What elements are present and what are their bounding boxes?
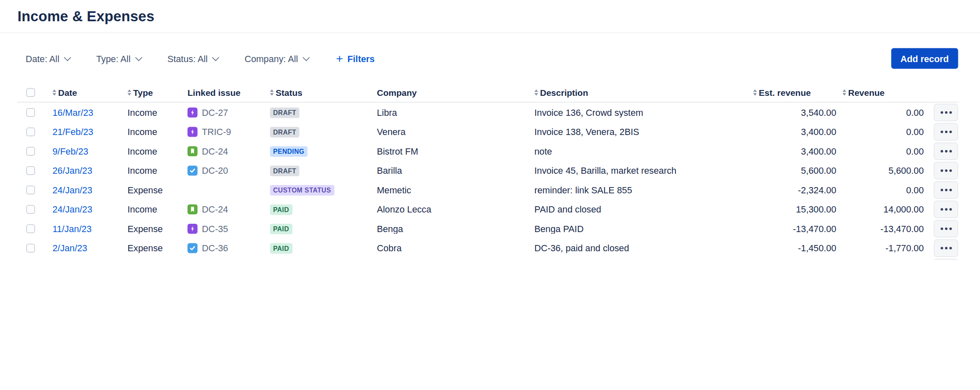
filter-type-label: Type: All xyxy=(96,53,130,63)
revenue-cell: 0.00 xyxy=(838,107,925,117)
row-checkbox-cell xyxy=(18,147,48,155)
linked-issue-cell[interactable]: DC-36 xyxy=(182,243,265,253)
row-checkbox-cell xyxy=(18,127,48,136)
type-cell: Income xyxy=(122,146,182,156)
filter-status[interactable]: Status: All xyxy=(168,53,218,63)
linked-issue-cell[interactable]: DC-24 xyxy=(182,204,265,214)
row-actions-button[interactable] xyxy=(934,239,958,257)
row-actions-button[interactable] xyxy=(934,142,958,160)
column-header-date[interactable]: Date xyxy=(48,87,122,97)
row-actions-cell xyxy=(925,103,958,121)
row-actions-button[interactable] xyxy=(934,258,958,260)
row-checkbox-cell xyxy=(18,185,48,194)
column-header-linked-issue: Linked issue xyxy=(182,87,265,97)
column-header-label: Linked issue xyxy=(188,87,240,97)
issue-key: DC-20 xyxy=(202,165,228,175)
page-title: Income & Expenses xyxy=(18,8,962,25)
column-header-label: Company xyxy=(377,87,417,97)
add-filters-label: Filters xyxy=(348,53,375,63)
sort-icon xyxy=(52,89,56,95)
company-cell: Alonzo Lecca xyxy=(372,204,530,214)
sort-icon xyxy=(535,89,538,95)
chevron-down-icon xyxy=(302,54,310,61)
issue-key: DC-36 xyxy=(202,243,228,253)
column-header-type[interactable]: Type xyxy=(122,87,182,97)
row-actions-button[interactable] xyxy=(934,123,958,140)
filter-company[interactable]: Company: All xyxy=(245,53,309,63)
date-link[interactable]: 24/Jan/23 xyxy=(52,204,92,214)
row-actions-button[interactable] xyxy=(934,220,958,237)
row-checkbox-cell xyxy=(18,224,48,233)
table-row: 5/Dec/22 Income DC-30 DRAFT Migros check… xyxy=(18,258,958,260)
chevron-down-icon xyxy=(212,54,219,61)
date-link[interactable]: 11/Jan/23 xyxy=(52,223,92,233)
description-cell: PAID and closed xyxy=(530,204,753,214)
description-cell: Invoice 136, Crowd system xyxy=(530,107,753,117)
select-all-checkbox[interactable] xyxy=(26,88,35,97)
row-actions-cell xyxy=(925,123,958,140)
column-header-label: Est. revenue xyxy=(759,87,811,97)
date-link[interactable]: 9/Feb/23 xyxy=(52,146,88,156)
company-cell: Memetic xyxy=(372,185,530,195)
company-cell: Benga xyxy=(372,223,530,233)
date-link[interactable]: 21/Feb/23 xyxy=(52,127,93,137)
column-header-label: Type xyxy=(133,87,153,97)
sort-icon xyxy=(842,89,846,95)
est-revenue-cell: 5,600.00 xyxy=(753,165,838,175)
status-cell: CUSTOM STATUS xyxy=(265,184,372,195)
table-row: 24/Jan/23 Income DC-24 PAID Alonzo Lecca… xyxy=(18,200,958,219)
sort-icon xyxy=(270,89,274,95)
status-cell: PENDING xyxy=(265,145,372,157)
column-header-status[interactable]: Status xyxy=(265,87,372,97)
add-record-button[interactable]: Add record xyxy=(891,48,958,69)
status-badge: PAID xyxy=(270,204,292,215)
row-checkbox[interactable] xyxy=(26,185,35,194)
date-link[interactable]: 2/Jan/23 xyxy=(52,243,87,253)
row-checkbox[interactable] xyxy=(26,205,35,213)
linked-issue-cell[interactable]: DC-24 xyxy=(182,146,265,156)
column-header-est-revenue[interactable]: Est. revenue xyxy=(753,87,838,97)
filter-company-label: Company: All xyxy=(245,53,298,63)
linked-issue-cell[interactable]: TRIC-9 xyxy=(182,127,265,137)
linked-issue-cell[interactable]: DC-20 xyxy=(182,165,265,175)
row-checkbox[interactable] xyxy=(26,108,35,117)
type-cell: Income xyxy=(122,165,182,175)
issue-type-icon xyxy=(188,204,198,214)
linked-issue-cell[interactable]: DC-27 xyxy=(182,107,265,117)
type-cell: Income xyxy=(122,204,182,214)
revenue-cell: 0.00 xyxy=(838,146,925,156)
est-revenue-cell: -2,324.00 xyxy=(753,185,838,195)
linked-issue-cell[interactable]: DC-35 xyxy=(182,223,265,233)
table-row: 9/Feb/23 Income DC-24 PENDING Bistrot FM… xyxy=(18,141,958,161)
column-header-label: Description xyxy=(540,87,588,97)
filter-date[interactable]: Date: All xyxy=(26,53,70,63)
row-actions-button[interactable] xyxy=(934,162,958,179)
column-header-description[interactable]: Description xyxy=(530,87,753,97)
row-checkbox[interactable] xyxy=(26,224,35,233)
row-actions-button[interactable] xyxy=(934,200,958,218)
date-link[interactable]: 26/Jan/23 xyxy=(52,165,92,175)
issue-key: DC-35 xyxy=(202,223,228,233)
company-cell: Libra xyxy=(372,107,530,117)
type-cell: Income xyxy=(122,127,182,137)
row-actions-cell xyxy=(925,162,958,179)
column-header-label: Date xyxy=(58,87,78,97)
row-checkbox[interactable] xyxy=(26,147,35,155)
type-cell: Expense xyxy=(122,243,182,253)
table-row: 11/Jan/23 Expense DC-35 PAID Benga Benga… xyxy=(18,219,958,238)
row-checkbox[interactable] xyxy=(26,166,35,175)
row-checkbox[interactable] xyxy=(26,127,35,136)
row-actions-cell xyxy=(925,258,958,260)
row-checkbox[interactable] xyxy=(26,243,35,252)
add-filters-button[interactable]: + Filters xyxy=(336,53,375,63)
table-row: 21/Feb/23 Income TRIC-9 DRAFT Venera Inv… xyxy=(18,122,958,142)
date-link[interactable]: 24/Jan/23 xyxy=(52,185,92,195)
row-actions-button[interactable] xyxy=(934,181,958,198)
company-cell: Bistrot FM xyxy=(372,146,530,156)
row-checkbox-cell xyxy=(18,243,48,252)
row-actions-button[interactable] xyxy=(934,103,958,121)
type-cell: Expense xyxy=(122,185,182,195)
filter-type[interactable]: Type: All xyxy=(96,53,141,63)
date-link[interactable]: 16/Mar/23 xyxy=(52,107,93,117)
column-header-revenue[interactable]: Revenue xyxy=(838,87,925,97)
